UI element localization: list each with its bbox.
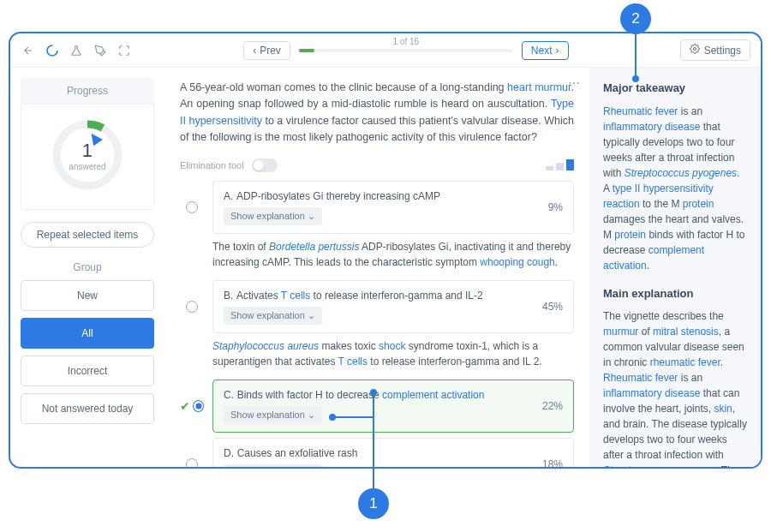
major-takeaway-text: Rheumatic fever is an inflammatory disea… — [603, 104, 747, 273]
chevron-right-icon: › — [556, 45, 559, 57]
check-icon: ✔ — [180, 399, 190, 413]
takeaway-panel: Major takeaway Rheumatic fever is an inf… — [589, 68, 761, 467]
group-new-button[interactable]: New — [21, 280, 154, 311]
chevron-down-icon: ⌄ — [308, 211, 315, 221]
progress-title: Progress — [21, 78, 154, 104]
show-explanation-a[interactable]: Show explanation ⌄ — [224, 207, 322, 225]
elimination-label: Elimination tool — [180, 160, 244, 170]
explanation-a: The toxin of Bordetella pertussis ADP-ri… — [212, 239, 574, 270]
answered-label: answered — [69, 162, 105, 171]
group-not-answered-today-button[interactable]: Not answered today — [21, 393, 154, 424]
chevron-left-icon: ‹ — [253, 45, 256, 57]
option-card-d[interactable]: D. Causes an exfoliative rash Show expla… — [212, 438, 574, 467]
link-t-cells[interactable]: T cells — [281, 290, 310, 302]
answer-option-a: A. ADP-ribosylates Gi thereby increasing… — [180, 181, 574, 234]
svg-point-1 — [693, 48, 696, 51]
radio-d[interactable] — [186, 458, 198, 467]
highlight-icon[interactable] — [93, 43, 108, 58]
osmosis-logo-icon[interactable] — [45, 43, 60, 58]
group-all-button[interactable]: All — [21, 318, 154, 349]
explanation-b: Staphylococcus aureus makes toxic shock … — [212, 338, 574, 369]
question-text: A 56-year-old woman comes to the clinic … — [180, 80, 574, 146]
answered-count: 1 — [69, 140, 105, 162]
callout-line-1h — [334, 416, 374, 418]
elimination-row: Elimination tool — [180, 158, 574, 173]
progress-counter: 1 of 16 — [393, 37, 420, 46]
callout-line-1v — [373, 392, 374, 488]
topbar: ‹Prev 1 of 16 Next› Settings — [10, 33, 761, 68]
progress-panel: 1 answered — [21, 104, 154, 210]
app-frame: ‹Prev 1 of 16 Next› Settings Progress — [9, 32, 762, 469]
callout-dot-1a — [370, 389, 377, 396]
next-button[interactable]: Next› — [522, 41, 569, 60]
chevron-down-icon: ⌄ — [308, 310, 315, 320]
link-bordetella[interactable]: Bordetella pertussis — [269, 241, 359, 253]
answer-option-b: B. Activates T cells to release interfer… — [180, 280, 574, 333]
toolbar-left — [21, 43, 132, 58]
group-heading: Group — [21, 261, 154, 273]
show-explanation-c[interactable]: Show explanation ⌄ — [224, 406, 322, 424]
back-icon[interactable] — [21, 43, 36, 58]
show-explanation-d[interactable]: Show explanation ⌄ — [224, 464, 322, 467]
callout-badge-2: 2 — [620, 3, 651, 34]
progress-track: 1 of 16 — [299, 49, 513, 52]
progress-ring: 1 answered — [49, 117, 126, 194]
major-takeaway-heading: Major takeaway — [603, 80, 747, 97]
flask-icon[interactable] — [69, 43, 84, 58]
settings-button[interactable]: Settings — [680, 39, 750, 61]
question-content: ⋯ A 56-year-old woman comes to the clini… — [164, 68, 589, 467]
option-a-pct: 9% — [548, 201, 563, 213]
fullscreen-icon[interactable] — [117, 43, 132, 58]
more-icon[interactable]: ⋯ — [568, 76, 581, 90]
option-card-c[interactable]: C. Binds with factor H to decrease compl… — [212, 380, 574, 433]
answer-option-c: ✔ C. Binds with factor H to decrease com… — [180, 380, 574, 433]
option-b-pct: 45% — [542, 301, 563, 313]
option-d-pct: 18% — [542, 458, 563, 467]
link-staph-b[interactable]: Staphylococcus aureus — [212, 340, 319, 352]
callout-dot-1b — [329, 414, 336, 421]
prev-button[interactable]: ‹Prev — [243, 41, 290, 60]
stats-bars-icon[interactable] — [546, 159, 574, 170]
callout-badge-1: 1 — [358, 488, 389, 519]
svg-point-0 — [47, 45, 57, 56]
sidebar: Progress 1 answered Repeat selected item… — [10, 68, 164, 467]
callout-dot-2 — [632, 75, 639, 82]
elimination-toggle[interactable] — [252, 158, 278, 172]
gear-icon — [690, 44, 700, 57]
radio-c[interactable] — [193, 400, 204, 412]
group-incorrect-button[interactable]: Incorrect — [21, 356, 154, 386]
link-heart-murmur[interactable]: heart murmur — [507, 81, 571, 93]
chevron-down-icon: ⌄ — [308, 409, 315, 420]
link-complement-activation[interactable]: complement activation — [382, 389, 484, 401]
option-card-a[interactable]: A. ADP-ribosylates Gi thereby increasing… — [212, 181, 574, 234]
radio-a[interactable] — [186, 201, 198, 213]
link-whooping-cough[interactable]: whooping cough — [480, 256, 554, 268]
radio-b[interactable] — [186, 301, 198, 313]
callout-line-2 — [635, 34, 637, 77]
answer-option-d: D. Causes an exfoliative rash Show expla… — [180, 438, 574, 467]
main-explanation-text: The vignette describes the murmur of mit… — [603, 308, 747, 467]
option-c-pct: 22% — [542, 400, 563, 412]
option-card-b[interactable]: B. Activates T cells to release interfer… — [212, 280, 574, 333]
repeat-selected-button[interactable]: Repeat selected items — [21, 222, 154, 248]
nav-center: ‹Prev 1 of 16 Next› — [132, 41, 680, 60]
show-explanation-b[interactable]: Show explanation ⌄ — [224, 307, 322, 325]
main-explanation-heading: Main explanation — [603, 285, 747, 302]
